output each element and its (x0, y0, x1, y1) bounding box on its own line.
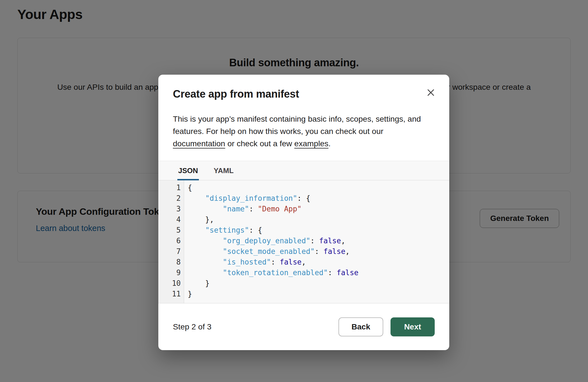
code-line: "token_rotation_enabled": false (188, 267, 359, 278)
modal-description: This is your app’s manifest containing b… (173, 113, 435, 150)
line-number: 5 (158, 225, 181, 235)
code-line: "socket_mode_enabled": false, (188, 246, 359, 257)
code-line: } (188, 289, 359, 299)
next-button[interactable]: Next (391, 317, 435, 336)
description-line-2: features. For help on how this works, yo… (173, 127, 383, 136)
tab-yaml[interactable]: YAML (214, 161, 234, 180)
manifest-code-editor[interactable]: 1234567891011 { "display_information": {… (158, 180, 449, 303)
code-content: { "display_information": { "name": "Demo… (184, 180, 359, 303)
back-button[interactable]: Back (338, 317, 383, 336)
line-number: 9 (158, 267, 181, 278)
tab-json[interactable]: JSON (178, 161, 198, 180)
modal-footer: Step 2 of 3 Back Next (158, 303, 449, 350)
modal-title: Create app from manifest (173, 88, 435, 100)
documentation-link[interactable]: documentation (173, 139, 225, 148)
line-number: 3 (158, 204, 181, 214)
line-number: 7 (158, 246, 181, 257)
line-number: 1 (158, 182, 181, 193)
code-line: } (188, 278, 359, 289)
line-number: 6 (158, 235, 181, 246)
line-number: 4 (158, 214, 181, 225)
step-indicator: Step 2 of 3 (173, 322, 211, 331)
line-number: 2 (158, 193, 181, 204)
line-number: 11 (158, 289, 181, 299)
code-line: { (188, 182, 359, 193)
code-gutter: 1234567891011 (158, 180, 184, 303)
code-line: "settings": { (188, 225, 359, 235)
close-button[interactable] (424, 86, 438, 99)
code-line: }, (188, 214, 359, 225)
create-app-from-manifest-modal: Create app from manifest This is your ap… (158, 75, 449, 350)
code-line: "is_hosted": false, (188, 257, 359, 267)
code-line: "display_information": { (188, 193, 359, 204)
line-number: 8 (158, 257, 181, 267)
slack-api-apps-page: Your Apps Build something amazing. Use o… (0, 0, 588, 382)
code-line: "org_deploy_enabled": false, (188, 235, 359, 246)
x-close-icon (426, 88, 436, 97)
manifest-format-tabs: JSON YAML (158, 161, 449, 180)
description-line-3-end: . (328, 139, 331, 148)
description-line-3-mid: or check out a few (225, 139, 294, 148)
line-number: 10 (158, 278, 181, 289)
description-line-1: This is your app’s manifest containing b… (173, 114, 421, 123)
examples-link[interactable]: examples (294, 139, 328, 148)
code-line: "name": "Demo App" (188, 204, 359, 214)
